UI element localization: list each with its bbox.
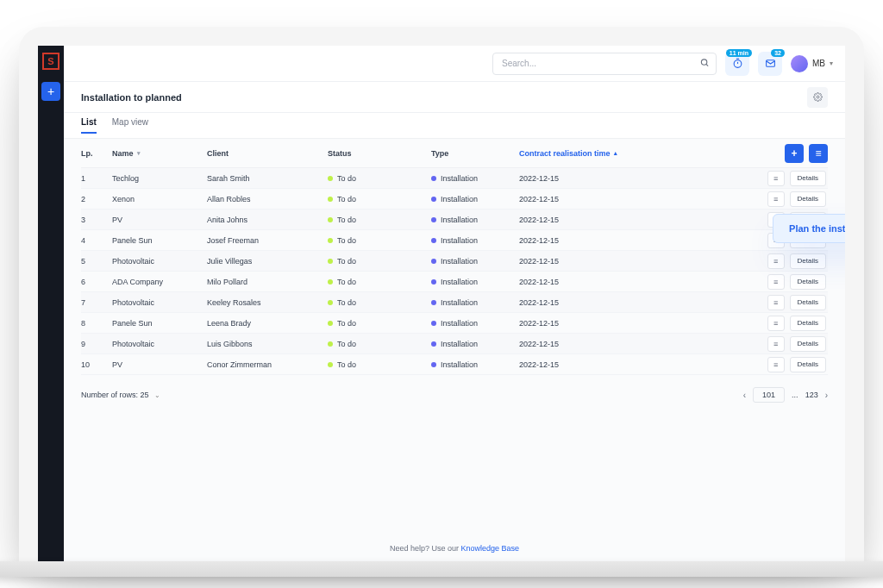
cell-lp: 3 <box>81 216 112 224</box>
cell-client: Keeley Rosales <box>207 298 328 307</box>
prev-page-button[interactable]: ‹ <box>743 391 746 400</box>
details-button[interactable]: Details <box>790 274 826 290</box>
tab-list[interactable]: List <box>81 117 97 134</box>
list-view-button[interactable]: ≡ <box>809 144 828 163</box>
type-dot-icon <box>431 217 436 222</box>
cell-type: Installation <box>431 340 519 348</box>
th-lp[interactable]: Lp. <box>81 149 112 158</box>
type-dot-icon <box>431 341 436 347</box>
svg-line-1 <box>706 64 708 66</box>
table-row[interactable]: 6 ADA Company Milo Pollard To do Install… <box>81 272 828 292</box>
page-header: Installation to planned <box>64 82 845 113</box>
sidebar-add-button[interactable]: + <box>41 82 60 101</box>
sort-icon: ▾ <box>137 150 141 157</box>
row-menu-button[interactable]: ≡ <box>767 171 785 186</box>
cell-status: To do <box>328 278 431 286</box>
mail-icon[interactable]: 32 <box>758 52 782 76</box>
knowledge-base-link[interactable]: Knowledge Base <box>461 544 520 553</box>
cell-status: To do <box>328 319 431 328</box>
type-dot-icon <box>431 300 436 305</box>
details-button[interactable]: Details <box>790 357 826 372</box>
status-dot-icon <box>328 321 333 326</box>
cell-client: Luis Gibbons <box>207 340 328 348</box>
row-menu-button[interactable]: ≡ <box>767 274 785 290</box>
cell-date: 2022-12-15 <box>519 257 657 266</box>
cell-lp: 2 <box>81 195 112 203</box>
table-row[interactable]: 9 Photovoltaic Luis Gibbons To do Instal… <box>81 334 828 354</box>
settings-icon[interactable] <box>807 87 828 108</box>
cell-client: Leena Brady <box>207 319 328 328</box>
cell-name: Panele Sun <box>112 319 207 328</box>
details-button[interactable]: Details <box>790 171 826 186</box>
cell-client: Allan Robles <box>207 195 328 203</box>
cell-date: 2022-12-15 <box>519 278 657 286</box>
timer-badge: 11 min <box>726 49 752 57</box>
cell-client: Conor Zimmerman <box>207 360 328 369</box>
table-row[interactable]: 5 Photovoltaic Julie Villegas To do Inst… <box>81 251 828 272</box>
row-menu-button[interactable]: ≡ <box>767 253 785 269</box>
cell-date: 2022-12-15 <box>519 360 657 369</box>
th-status[interactable]: Status <box>328 149 431 158</box>
cell-status: To do <box>328 174 431 183</box>
row-menu-button[interactable]: ≡ <box>767 295 785 310</box>
th-name[interactable]: Name▾ <box>112 149 207 158</box>
table-row[interactable]: 4 Panele Sun Josef Freeman To do Install… <box>81 230 828 251</box>
row-menu-button[interactable]: ≡ <box>767 316 785 331</box>
rows-per-page[interactable]: Number of rows: 25 ⌄ <box>81 391 160 399</box>
cell-type: Installation <box>431 195 519 203</box>
status-dot-icon <box>328 300 333 305</box>
details-button[interactable]: Details <box>790 295 826 310</box>
status-dot-icon <box>328 238 333 243</box>
tabs: List Map view <box>64 113 845 139</box>
last-page[interactable]: 123 <box>805 391 818 399</box>
cell-status: To do <box>328 236 431 245</box>
th-client[interactable]: Client <box>207 149 328 158</box>
status-dot-icon <box>328 197 333 202</box>
th-type[interactable]: Type <box>431 149 519 158</box>
cell-name: PV <box>112 216 207 224</box>
status-dot-icon <box>328 341 333 347</box>
cell-lp: 10 <box>81 360 112 369</box>
plan-installation-tooltip[interactable]: Plan the installation <box>773 214 845 243</box>
next-page-button[interactable]: › <box>825 391 828 400</box>
search-icon[interactable] <box>700 58 710 69</box>
th-contract-time[interactable]: Contract realisation time▴ <box>519 149 657 158</box>
row-menu-button[interactable]: ≡ <box>767 336 785 352</box>
cell-date: 2022-12-15 <box>519 216 657 224</box>
sidebar: S + <box>38 46 64 561</box>
cell-date: 2022-12-15 <box>519 298 657 307</box>
table-row[interactable]: 8 Panele Sun Leena Brady To do Installat… <box>81 313 828 334</box>
table-row[interactable]: 2 Xenon Allan Robles To do Installation … <box>81 189 828 210</box>
cell-type: Installation <box>431 360 519 369</box>
page-title: Installation to planned <box>81 92 182 103</box>
timer-icon[interactable]: 11 min <box>725 52 749 76</box>
cell-client: Anita Johns <box>207 216 328 224</box>
cell-status: To do <box>328 195 431 203</box>
table-row[interactable]: 1 Techlog Sarah Smith To do Installation… <box>81 168 828 189</box>
add-button[interactable]: + <box>785 144 804 163</box>
table-row[interactable]: 7 Photovoltaic Keeley Rosales To do Inst… <box>81 292 828 313</box>
details-button[interactable]: Details <box>790 253 826 269</box>
cell-date: 2022-12-15 <box>519 319 657 328</box>
search-input[interactable] <box>492 53 717 75</box>
cell-name: Photovoltaic <box>112 257 207 266</box>
cell-name: Techlog <box>112 174 207 183</box>
cell-name: PV <box>112 360 207 369</box>
cell-date: 2022-12-15 <box>519 340 657 348</box>
cell-type: Installation <box>431 319 519 328</box>
chevron-down-icon: ⌄ <box>154 391 160 399</box>
tab-map-view[interactable]: Map view <box>112 117 148 134</box>
details-button[interactable]: Details <box>790 191 826 207</box>
table-row[interactable]: 3 PV Anita Johns To do Installation 2022… <box>81 210 828 230</box>
cell-client: Julie Villegas <box>207 257 328 266</box>
user-menu[interactable]: MB ▾ <box>791 55 833 72</box>
topbar: 11 min 32 MB ▾ <box>64 46 845 82</box>
cell-status: To do <box>328 360 431 369</box>
details-button[interactable]: Details <box>790 336 826 352</box>
row-menu-button[interactable]: ≡ <box>767 191 785 207</box>
type-dot-icon <box>431 321 436 326</box>
table-row[interactable]: 10 PV Conor Zimmerman To do Installation… <box>81 354 828 375</box>
cell-type: Installation <box>431 298 519 307</box>
row-menu-button[interactable]: ≡ <box>767 357 785 372</box>
details-button[interactable]: Details <box>790 316 826 331</box>
